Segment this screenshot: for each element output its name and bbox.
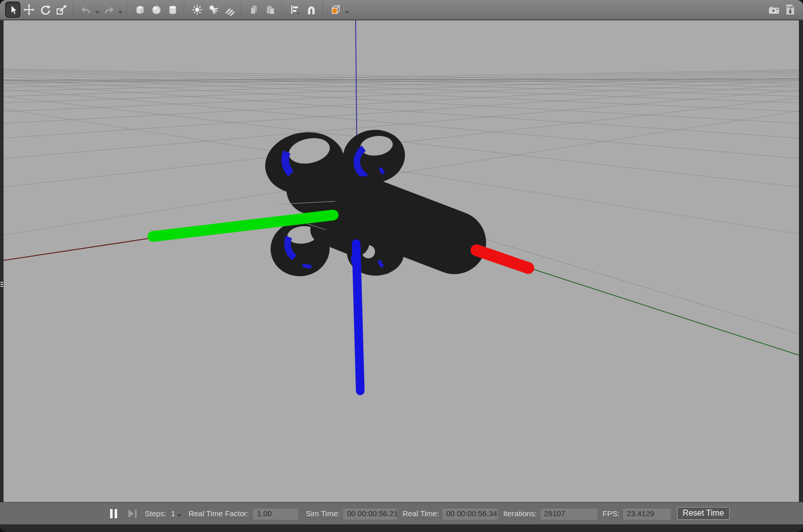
toolbar-separator	[323, 3, 324, 17]
magnet-snap-icon	[305, 4, 317, 16]
pause-button[interactable]	[110, 509, 117, 518]
iterations-field: 28107	[540, 508, 598, 520]
insert-sphere-button[interactable]	[149, 2, 164, 18]
view-angle-dropdown[interactable]	[345, 11, 349, 14]
real-time-field: 00 00:00:56.341	[442, 508, 498, 520]
paste-button[interactable]	[263, 2, 278, 18]
window-bottom-frame	[0, 524, 803, 531]
undo-button[interactable]	[78, 2, 94, 18]
redo-icon	[103, 4, 115, 16]
align-icon	[289, 4, 301, 16]
toolbar-separator	[127, 3, 128, 17]
camera-icon	[767, 4, 781, 16]
fps-label: FPS:	[603, 509, 620, 518]
undo-history-dropdown[interactable]	[95, 11, 99, 14]
main-toolbar: LOG	[0, 0, 803, 20]
insert-cylinder-button[interactable]	[165, 2, 180, 18]
steps-label: Steps:	[145, 509, 167, 518]
sim-time-field: 00 00:00:56.214	[343, 508, 397, 520]
cylinder-shape-icon	[167, 4, 179, 16]
spot-light-icon	[207, 4, 220, 16]
toolbar-separator	[73, 3, 74, 17]
view-angle-button[interactable]	[328, 2, 343, 18]
log-record-icon: LOG	[784, 3, 796, 16]
snap-tool-button[interactable]	[304, 2, 319, 18]
steps-value: 1	[171, 509, 175, 518]
sim-time-label: Sim Time:	[306, 509, 340, 518]
box-shape-icon	[134, 4, 146, 16]
window-resize-grip	[1, 281, 3, 288]
step-icon	[135, 510, 137, 518]
scene-canvas	[4, 20, 799, 502]
step-icon	[128, 510, 134, 518]
viewport-frame	[0, 20, 803, 502]
align-tool-button[interactable]	[287, 2, 303, 18]
rotate-tool-button[interactable]	[38, 2, 53, 18]
data-logger-button[interactable]: LOG	[783, 2, 798, 18]
view-cube-icon	[329, 3, 342, 16]
directional-light-icon	[223, 4, 236, 16]
toolbar-separator	[241, 3, 242, 17]
real-time-label: Real Time:	[403, 509, 439, 518]
redo-button[interactable]	[101, 2, 117, 18]
reset-time-button[interactable]: Reset Time	[677, 507, 730, 520]
simulation-statusbar: Steps: 1 Real Time Factor: 1.00 Sim Time…	[0, 502, 803, 524]
gazebo-window: { "toolbar": { "active_tool": "select", …	[0, 0, 803, 532]
rtf-label: Real Time Factor:	[189, 509, 249, 518]
gazebo-app-window: LOG	[0, 0, 803, 532]
render-viewport[interactable]	[4, 20, 799, 502]
undo-icon	[80, 4, 92, 16]
copy-button[interactable]	[247, 2, 262, 18]
paste-icon	[264, 4, 277, 16]
directional-light-button[interactable]	[222, 2, 237, 18]
fuselage-cylinder	[364, 208, 454, 243]
select-tool-button[interactable]	[5, 2, 20, 18]
insert-box-button[interactable]	[132, 2, 148, 18]
sphere-shape-icon	[150, 4, 163, 16]
toolbar-separator	[184, 3, 185, 17]
log-icon-text: LOG	[787, 6, 793, 9]
point-light-button[interactable]	[190, 2, 205, 18]
move-icon	[23, 4, 35, 16]
scale-icon	[55, 4, 68, 16]
scale-tool-button[interactable]	[54, 2, 69, 18]
steps-dropdown[interactable]	[177, 514, 181, 517]
cursor-arrow-icon	[7, 4, 19, 16]
copy-icon	[248, 4, 260, 16]
iterations-label: Iterations:	[503, 509, 537, 518]
redo-history-dropdown[interactable]	[118, 11, 122, 14]
translate-tool-button[interactable]	[21, 2, 37, 18]
spot-light-button[interactable]	[206, 2, 221, 18]
pause-icon	[110, 509, 113, 518]
point-light-icon	[191, 4, 203, 16]
toolbar-separator	[282, 3, 283, 17]
pause-icon	[115, 509, 117, 518]
z-axis-handle[interactable]	[356, 244, 360, 391]
rtf-field: 1.00	[253, 508, 299, 520]
rotate-icon	[39, 4, 51, 16]
screenshot-button[interactable]	[766, 2, 782, 18]
propeller-blade	[303, 265, 311, 267]
fps-field: 23.4129	[623, 508, 671, 520]
step-button[interactable]	[128, 510, 137, 518]
